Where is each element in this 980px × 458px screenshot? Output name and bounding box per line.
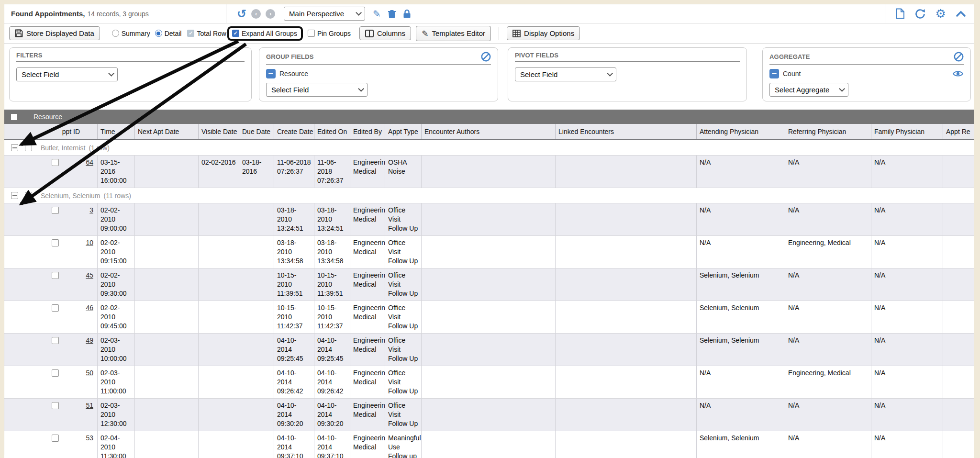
remove-resource-group-icon[interactable] (266, 69, 276, 78)
column-header-edited-on[interactable]: Edited On (314, 124, 350, 139)
column-header-visible-date[interactable]: Visible Date (199, 124, 239, 139)
chevron-down-icon (108, 70, 114, 77)
refresh-icon[interactable] (914, 9, 926, 19)
templates-editor-button[interactable]: ✎ Templates Editor (416, 26, 491, 41)
prev-perspective-icon[interactable]: ‹ (251, 9, 261, 19)
cell-due-date (239, 399, 274, 431)
eye-icon[interactable] (952, 70, 964, 78)
column-header-encounter-authors[interactable]: Encounter Authors (422, 124, 556, 139)
column-header-appt-id[interactable]: Appt ID (62, 124, 98, 139)
appt-id-link[interactable]: 45 (65, 271, 93, 280)
cell-appt-type: Office Visit Follow Up (385, 203, 422, 235)
pin-groups-checkbox[interactable]: Pin Groups (308, 30, 351, 37)
cell-visible-date (199, 366, 239, 398)
cell-attending-physician: N/A (697, 399, 785, 431)
filters-field-select[interactable]: Select Field (16, 67, 118, 81)
row-select-checkbox[interactable] (52, 207, 59, 214)
appointment-row: 5302-04-2010 11:30:0004-10-2014 09:37:10… (4, 431, 974, 458)
group-field-select[interactable]: Select Field (266, 83, 368, 97)
group-select-checkbox[interactable] (25, 192, 32, 199)
cell-edited-by: Engineering, Medical (350, 431, 385, 458)
cell-family-physician: N/A (871, 203, 943, 235)
cell-time: 02-02-2010 09:15:00 (98, 236, 135, 268)
page-title: Found Appointments, (11, 10, 85, 18)
cell-referring-physician: Engineering, Medical (785, 366, 871, 398)
row-select-checkbox[interactable] (52, 304, 59, 312)
appt-id-link[interactable]: 49 (65, 336, 93, 345)
remove-count-aggregate-icon[interactable] (769, 69, 779, 78)
column-header-time[interactable]: Time (98, 124, 135, 139)
display-options-label: Display Options (524, 29, 574, 37)
store-displayed-data-button[interactable]: Store Displayed Data (9, 26, 100, 40)
appt-id-link[interactable]: 50 (65, 369, 93, 378)
column-header-create-date[interactable]: Create Date (274, 124, 314, 139)
column-header-appt-re[interactable]: Appt Re (943, 124, 975, 139)
cell-visible-date (199, 399, 239, 431)
column-header-next-apt-date[interactable]: Next Apt Date (135, 124, 199, 139)
cell-referring-physician: N/A (785, 268, 871, 301)
cell-edited-by: Engineering, Medical (350, 301, 385, 333)
columns-button[interactable]: Columns (359, 26, 411, 40)
undo-icon[interactable]: ↺ (237, 8, 246, 20)
edit-perspective-icon[interactable]: ✎ (373, 8, 381, 20)
new-document-icon[interactable] (896, 8, 905, 19)
appt-id-link[interactable]: 46 (65, 303, 93, 313)
next-perspective-icon[interactable]: › (266, 9, 275, 19)
collapse-panel-icon[interactable] (956, 11, 966, 17)
appointment-row: 4602-02-2010 09:45:0010-15-2010 11:42:37… (4, 301, 974, 334)
row-select-checkbox[interactable] (52, 435, 59, 442)
aggregate-select[interactable]: Select Aggregate (769, 83, 848, 97)
row-select-checkbox[interactable] (52, 337, 59, 344)
expand-all-groups-checkbox[interactable]: ✓ Expand All Groups (227, 26, 303, 41)
column-header-appt-type[interactable]: Appt Type (385, 124, 422, 139)
row-select-checkbox[interactable] (52, 402, 59, 409)
cell-appt-re (943, 431, 975, 458)
column-header-family-physician[interactable]: Family Physician (871, 124, 943, 139)
cell-encounter-authors (422, 431, 556, 458)
expand-all-groups-checkbox-box: ✓ (232, 30, 239, 37)
group-field-bar-label: Resource (33, 113, 62, 121)
pivot-field-select[interactable]: Select Field (515, 67, 616, 81)
select-all-checkbox[interactable] (11, 114, 17, 120)
row-select-checkbox[interactable] (52, 239, 59, 246)
appointment-row: 302-02-2010 09:00:0003-18-2010 13:24:510… (4, 203, 974, 236)
clear-group-fields-icon[interactable] (481, 52, 491, 62)
clear-aggregate-icon[interactable] (954, 52, 964, 62)
cell-edited-by: Engineering, Medical (350, 366, 385, 398)
group-select-checkbox[interactable] (25, 144, 32, 151)
column-header-edited-by[interactable]: Edited By (350, 124, 385, 139)
total-row-checkbox[interactable]: ✓ Total Row (187, 30, 226, 37)
column-header-attending-physician[interactable]: Attending Physician (697, 124, 785, 139)
detail-radio[interactable]: Detail (155, 30, 182, 37)
column-header-due-date[interactable]: Due Date (239, 124, 274, 139)
row-select-checkbox[interactable] (52, 369, 59, 377)
collapse-group-toggle[interactable] (11, 192, 18, 199)
group-field-bar: Resource (4, 110, 974, 124)
appt-id-link[interactable]: 53 (65, 434, 93, 443)
appt-id-link[interactable]: 51 (65, 401, 93, 410)
summary-radio[interactable]: Summary (112, 30, 150, 37)
appt-id-link[interactable]: 3 (65, 206, 93, 215)
appt-id-link[interactable]: 64 (65, 158, 93, 167)
row-select-checkbox[interactable] (52, 159, 59, 166)
collapse-group-toggle[interactable] (11, 144, 18, 151)
column-header-referring-physician[interactable]: Referring Physician (785, 124, 871, 139)
lock-perspective-icon[interactable] (403, 9, 411, 19)
delete-perspective-icon[interactable] (388, 9, 396, 19)
cell-create-date: 04-10-2014 09:26:42 (274, 366, 314, 398)
appointment-row: 4502-02-2010 09:30:0010-15-2010 11:39:51… (4, 268, 974, 301)
cell-appt-id: 3 (62, 203, 98, 235)
display-options-button[interactable]: Display Options (507, 26, 580, 40)
header-bar: Found Appointments, 14 records, 3 groups… (4, 4, 974, 23)
column-header-linked-encounters[interactable]: Linked Encounters (556, 124, 697, 139)
cell-edited-on: 03-18-2010 13:34:58 (314, 236, 350, 268)
cell-edited-by: Engineering, Medical (350, 203, 385, 235)
cell-appt-id: 64 (62, 156, 98, 188)
appt-id-link[interactable]: 10 (65, 238, 93, 247)
gear-icon[interactable]: ⚙ (935, 7, 946, 21)
appointment-row: 4902-03-2010 10:00:0004-10-2014 09:25:45… (4, 334, 974, 366)
cell-due-date (239, 268, 274, 301)
chevron-down-icon (839, 86, 845, 92)
perspective-select[interactable]: Main Perspective (284, 7, 365, 21)
row-select-checkbox[interactable] (52, 272, 59, 279)
